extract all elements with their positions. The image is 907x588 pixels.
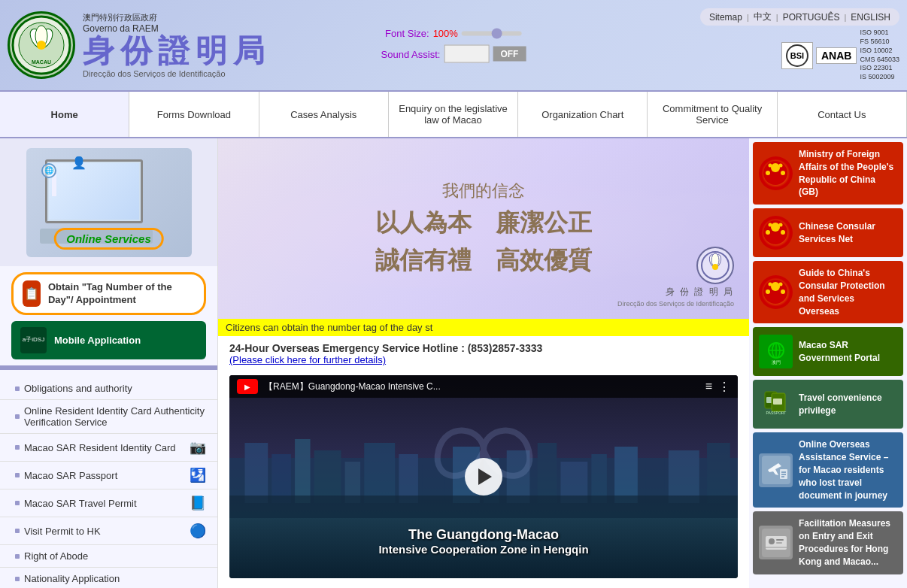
svg-point-35 [781, 171, 785, 175]
nav-enquiry[interactable]: Enquiry on the legislative law of Macao [389, 92, 518, 137]
chinese-lang-link[interactable]: 中文 [754, 11, 772, 23]
right-link-overseas-assist[interactable]: Online Overseas Assistance Service – for… [753, 432, 903, 508]
sidebar-item-online-verification[interactable]: Online Resident Identity Card Authentici… [0, 400, 217, 434]
svg-rect-16 [314, 450, 341, 503]
video-play-button[interactable] [465, 458, 502, 496]
svg-point-42 [769, 223, 772, 227]
sound-control[interactable]: Sound Assist: OFF [381, 45, 526, 63]
sound-label: Sound Assist: [381, 48, 441, 59]
sidebar-item-nationality[interactable]: Nationality Application [0, 568, 217, 588]
svg-point-49 [779, 283, 783, 286]
gov-raem: Governo da RAEM [83, 23, 271, 34]
sidebar-item-identity-card-label: Macao SAR Resident Identity Card [24, 442, 176, 453]
main-nav: Home Forms Download Cases Analysis Enqui… [0, 90, 907, 138]
svg-point-34 [766, 171, 770, 175]
right-link-consular-guide-label: Guide to China's Consular Protection and… [799, 267, 897, 317]
sound-input-box[interactable] [444, 45, 489, 63]
svg-point-41 [781, 230, 785, 235]
sidebar-item-online-verification-label: Online Resident Identity Card Authentici… [24, 405, 206, 428]
sidebar-item-passport[interactable]: Macao SAR Passport 🛂 [0, 462, 217, 489]
banner-line1: 我們的信念 [375, 180, 592, 202]
right-link-consular[interactable]: Chinese Consular Services Net [753, 208, 903, 257]
mobile-app-label: Mobile Application [54, 335, 141, 346]
tag-icon: 📋 [23, 280, 41, 307]
svg-text:澳門: 澳門 [772, 360, 781, 365]
font-size-slider[interactable] [462, 31, 522, 35]
macao-portal-icon: 澳門 [759, 335, 793, 368]
sidebar-menu: Obligations and authority Online Residen… [0, 374, 217, 588]
foreign-affairs-icon [759, 156, 793, 190]
svg-point-33 [771, 163, 780, 172]
right-link-macao-portal[interactable]: 澳門 Macao SAR Government Portal [753, 327, 903, 376]
svg-point-36 [769, 164, 772, 168]
nav-contact[interactable]: Contact Us [778, 92, 907, 137]
logo-area: MACAU 澳門特別行政區政府 Governo da RAEM 身份證明局 Di… [8, 11, 271, 79]
banner-emblem-icon [696, 247, 734, 284]
nav-forms-download[interactable]: Forms Download [129, 92, 259, 137]
right-link-foreign-affairs[interactable]: Ministry of Foreign Affairs of the Peopl… [753, 142, 903, 205]
mobile-app-button[interactable]: a子iDSJ Mobile Application [11, 321, 206, 359]
mobile-icon: a子iDSJ [20, 327, 47, 353]
video-top-title: 【RAEM】Guangdong-Macao Intensive C... [264, 380, 699, 393]
video-title-overlay: The Guangdong-Macao Intensive Cooperatio… [229, 527, 738, 556]
video-title-big: The Guangdong-Macao [229, 527, 738, 543]
svg-rect-31 [229, 496, 738, 518]
slider-thumb [492, 28, 502, 38]
sidebar-item-obligations[interactable]: Obligations and authority [0, 377, 217, 400]
sidebar-item-visit-permit-label: Visit Permit to HK [24, 526, 101, 537]
ticker-text: Citizens can obtain the number tag of th… [226, 322, 432, 333]
video-background: ▶ 【RAEM】Guangdong-Macao Intensive C... ≡… [229, 375, 738, 578]
right-link-foreign-affairs-label: Ministry of Foreign Affairs of the Peopl… [799, 148, 897, 199]
banner-text: 我們的信念 以人為本 廉潔公正 誠信有禮 高效優質 [375, 180, 592, 277]
emergency-hotline: 24-Hour Overseas Emergency Service Hotli… [229, 342, 738, 354]
sidebar-item-identity-card[interactable]: Macao SAR Resident Identity Card 📷 [0, 434, 217, 462]
bsi-cert: BSI [781, 42, 813, 69]
sidebar-item-right-of-abode-label: Right of Abode [24, 550, 88, 562]
sidebar-item-passport-label: Macao SAR Passport [24, 470, 117, 481]
svg-point-37 [779, 164, 783, 168]
banner-dept-sub: Direcção dos Serviços de Identificação [617, 300, 734, 308]
video-menu-icon[interactable]: ≡ [705, 380, 712, 393]
sidebar-item-travel-permit[interactable]: Macao SAR Travel Permit 📘 [0, 489, 217, 517]
online-services-badge: Online Services [53, 228, 164, 250]
top-bar: MACAU 澳門特別行政區政府 Governo da RAEM 身份證明局 Di… [0, 0, 907, 90]
sidebar-item-obligations-label: Obligations and authority [24, 383, 132, 394]
ticker-bar: Citizens can obtain the number tag of th… [218, 319, 749, 336]
right-link-travel[interactable]: PASSPORT Travel convenience privilege [753, 380, 903, 429]
right-link-travel-label: Travel convenience privilege [799, 392, 897, 417]
macau-gov-chinese: 澳門特別行政區政府 [83, 12, 271, 23]
online-services-box: 🌐 👤 Online Services [0, 138, 217, 266]
nav-home[interactable]: Home [0, 92, 129, 137]
sidebar-item-right-of-abode[interactable]: Right of Abode [0, 545, 217, 568]
english-lang-link[interactable]: ENGLISH [851, 12, 890, 23]
dept-subtitle: Direcção dos Serviços de Identificação [83, 69, 271, 78]
sound-off-button[interactable]: OFF [493, 47, 526, 62]
nav-cases-analysis[interactable]: Cases Analysis [259, 92, 389, 137]
video-container: ▶ 【RAEM】Guangdong-Macao Intensive C... ≡… [229, 375, 738, 578]
svg-rect-13 [244, 443, 268, 503]
tag-number-button[interactable]: 📋 Obtain "Tag Number of the Day"/ Appoin… [11, 272, 206, 315]
nav-commitment[interactable]: Commitment to Quality Service [648, 92, 777, 137]
svg-point-45 [771, 282, 780, 291]
consular-icon [759, 216, 793, 250]
content-area: 我們的信念 以人為本 廉潔公正 誠信有禮 高效優質 身 份 證 明 局 Dire… [218, 138, 749, 588]
nav-org-chart[interactable]: Organization Chart [518, 92, 648, 137]
right-link-consular-guide[interactable]: Guide to China's Consular Protection and… [753, 261, 903, 323]
portuguese-lang-link[interactable]: PORTUGUÊS [783, 12, 840, 23]
anab-text: ANAB [821, 50, 851, 62]
right-link-facilitation[interactable]: Facilitation Measures on Entry and Exit … [753, 511, 903, 574]
svg-point-46 [766, 289, 770, 294]
emergency-details-link[interactable]: (Please click here for further details) [229, 354, 386, 365]
dept-title-big: 身份證明局 [83, 34, 271, 68]
font-size-control[interactable]: Font Size: 100% [385, 28, 522, 39]
sitemap-link[interactable]: Sitemap [709, 12, 742, 23]
sidebar-item-visit-permit[interactable]: Visit Permit to HK 🔵 [0, 517, 217, 545]
svg-rect-70 [776, 542, 782, 544]
entry-icon [759, 526, 793, 559]
video-dots-icon[interactable]: ⋮ [718, 380, 730, 394]
right-link-facilitation-label: Facilitation Measures on Entry and Exit … [799, 517, 897, 568]
right-link-overseas-assist-label: Online Overseas Assistance Service – for… [799, 438, 897, 502]
svg-point-39 [771, 223, 780, 232]
anab-cert: ANAB [816, 47, 857, 64]
right-link-macao-portal-label: Macao SAR Government Portal [799, 339, 897, 365]
